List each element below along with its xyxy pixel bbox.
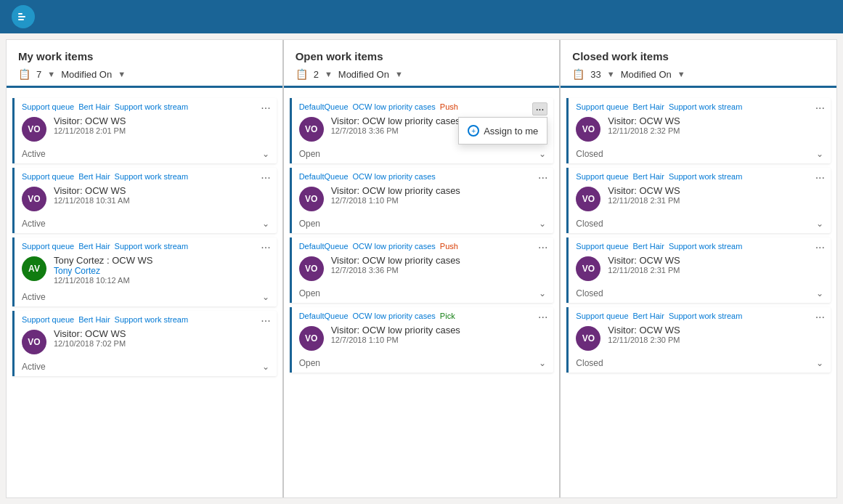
item-menu-dots[interactable]: ··· (538, 172, 547, 184)
column-title-closed-work: Closed work items (572, 50, 825, 62)
item-menu-dots[interactable]: ··· (538, 242, 547, 253)
item-footer: Closed⌄ (569, 355, 831, 373)
sort-arrow[interactable]: ▼ (607, 70, 615, 78)
item-expand-chevron[interactable]: ⌄ (539, 219, 546, 229)
item-tag[interactable]: DefaultQueue (299, 242, 349, 251)
item-subtitle[interactable]: Tony Cortez (54, 266, 269, 276)
column-open-work: Open work items 📋 2 ▼ Modified On ▼ Defa… (284, 40, 561, 497)
item-menu-dots[interactable]: ··· (815, 172, 825, 184)
item-menu-dots[interactable]: ··· (261, 242, 270, 253)
item-body: VOVisitor: OCW WS12/11/2018 10:31 AM (15, 182, 277, 216)
item-tag[interactable]: Bert Hair (78, 172, 110, 181)
item-info: Visitor: OCW WS12/10/2018 7:02 PM (54, 328, 269, 348)
item-expand-chevron[interactable]: ⌄ (539, 149, 546, 159)
item-menu-dots[interactable]: ··· (538, 312, 547, 323)
item-tag[interactable]: Support work stream (669, 172, 742, 181)
work-item: DefaultQueueOCW low priority casesPush··… (290, 237, 554, 303)
sort-arrow[interactable]: ▼ (325, 70, 333, 78)
item-tag[interactable]: Support queue (22, 242, 74, 251)
item-tag[interactable]: Support work stream (115, 102, 188, 111)
item-tag[interactable]: Bert Hair (78, 102, 110, 111)
item-tag[interactable]: Support queue (22, 172, 74, 181)
item-info: Tony Cortez : OCW WSTony Cortez12/11/201… (54, 255, 269, 285)
item-tag[interactable]: OCW low priority cases (353, 172, 436, 181)
item-expand-chevron[interactable]: ⌄ (816, 219, 823, 229)
item-tags-row: Support queueBert HairSupport work strea… (569, 98, 831, 113)
item-tag[interactable]: Support queue (22, 102, 74, 111)
item-menu-dots[interactable]: ··· (815, 102, 825, 114)
work-item: Support queueBert HairSupport work strea… (12, 237, 277, 306)
item-tag[interactable]: Bert Hair (633, 312, 664, 320)
item-footer: Open⌄ (292, 285, 554, 303)
item-tag[interactable]: Bert Hair (78, 315, 110, 324)
sort-chevron[interactable]: ▼ (118, 70, 126, 78)
item-menu-dots[interactable]: ··· (261, 102, 270, 114)
item-tags-row: DefaultQueueOCW low priority cases (292, 168, 554, 182)
item-tag[interactable]: Support work stream (669, 312, 742, 320)
item-tag[interactable]: OCW low priority cases (353, 312, 436, 320)
item-tag[interactable]: Support work stream (669, 242, 742, 251)
sort-chevron[interactable]: ▼ (395, 70, 403, 78)
item-title: Visitor: OCW low priority cases (331, 255, 547, 266)
item-expand-chevron[interactable]: ⌄ (539, 358, 546, 368)
item-tag[interactable]: Support queue (22, 315, 74, 324)
item-menu-dots[interactable]: ··· (261, 315, 270, 327)
item-menu-dots[interactable]: ··· (261, 172, 270, 184)
item-expand-chevron[interactable]: ⌄ (262, 149, 269, 159)
item-menu-dots[interactable]: ··· (815, 312, 825, 323)
item-expand-chevron[interactable]: ⌄ (816, 358, 823, 368)
item-tag[interactable]: Support work stream (669, 102, 742, 111)
item-info: Visitor: OCW low priority cases12/7/2018… (331, 325, 547, 344)
item-tag[interactable]: Bert Hair (78, 242, 110, 251)
app-logo (12, 5, 35, 28)
item-tag[interactable]: Support queue (576, 102, 628, 111)
item-tags-row: DefaultQueueOCW low priority casesPush (292, 237, 554, 252)
item-info: Visitor: OCW low priority cases12/7/2018… (331, 185, 547, 205)
item-tag[interactable]: DefaultQueue (299, 312, 349, 320)
item-expand-chevron[interactable]: ⌄ (816, 288, 823, 298)
item-count: 33 (590, 69, 600, 80)
item-tag[interactable]: Support queue (576, 312, 628, 320)
sort-chevron[interactable]: ▼ (677, 70, 685, 78)
item-expand-chevron[interactable]: ⌄ (262, 362, 269, 372)
item-menu-button[interactable]: ··· (532, 102, 548, 115)
item-info: Visitor: OCW WS12/11/2018 2:01 PM (54, 115, 269, 135)
item-menu-dots[interactable]: ··· (815, 242, 825, 253)
item-expand-chevron[interactable]: ⌄ (262, 292, 269, 302)
item-footer: Closed⌄ (569, 146, 831, 163)
item-expand-chevron[interactable]: ⌄ (262, 219, 269, 229)
item-tag[interactable]: OCW low priority cases (353, 102, 436, 111)
item-body: VOVisitor: OCW low priority cases12/7/20… (292, 322, 554, 355)
item-tag[interactable]: OCW low priority cases (353, 242, 436, 251)
item-tag[interactable]: Support work stream (115, 172, 188, 181)
avatar: VO (22, 187, 46, 211)
item-tags-row: Support queueBert HairSupport work strea… (15, 311, 277, 325)
item-date: 12/7/2018 3:36 PM (331, 266, 547, 275)
column-body-my-work: Support queueBert HairSupport work strea… (7, 88, 282, 497)
item-tag[interactable]: Bert Hair (633, 242, 664, 251)
push-tag: Push (440, 242, 458, 251)
item-tag[interactable]: Support queue (576, 172, 628, 181)
item-body: VOVisitor: OCW low priority cases12/7/20… (292, 182, 554, 216)
item-expand-chevron[interactable]: ⌄ (539, 288, 546, 298)
item-status: Active (22, 292, 46, 302)
item-status: Closed (576, 358, 603, 368)
item-expand-chevron[interactable]: ⌄ (816, 149, 823, 159)
item-tags-row: Support queueBert HairSupport work strea… (569, 307, 831, 322)
item-tag[interactable]: Bert Hair (633, 172, 664, 181)
dashboard: My work items 📋 7 ▼ Modified On ▼ Suppor… (6, 39, 837, 498)
item-tag[interactable]: Support work stream (115, 315, 188, 324)
column-header-my-work: My work items 📋 7 ▼ Modified On ▼ (7, 40, 282, 88)
item-tag[interactable]: DefaultQueue (299, 102, 349, 111)
assign-to-me-button[interactable]: + Assign to me (459, 121, 547, 141)
item-count: 7 (36, 69, 41, 80)
sort-arrow[interactable]: ▼ (47, 70, 55, 78)
column-closed-work: Closed work items 📋 33 ▼ Modified On ▼ S… (561, 40, 836, 497)
item-tag[interactable]: DefaultQueue (299, 172, 349, 181)
item-tag[interactable]: Support work stream (115, 242, 188, 251)
push-tag: Push (440, 102, 458, 111)
item-tag[interactable]: Bert Hair (633, 102, 664, 111)
item-status: Closed (576, 288, 603, 298)
item-tag[interactable]: Support queue (576, 242, 628, 251)
item-title: Visitor: OCW WS (608, 255, 823, 266)
